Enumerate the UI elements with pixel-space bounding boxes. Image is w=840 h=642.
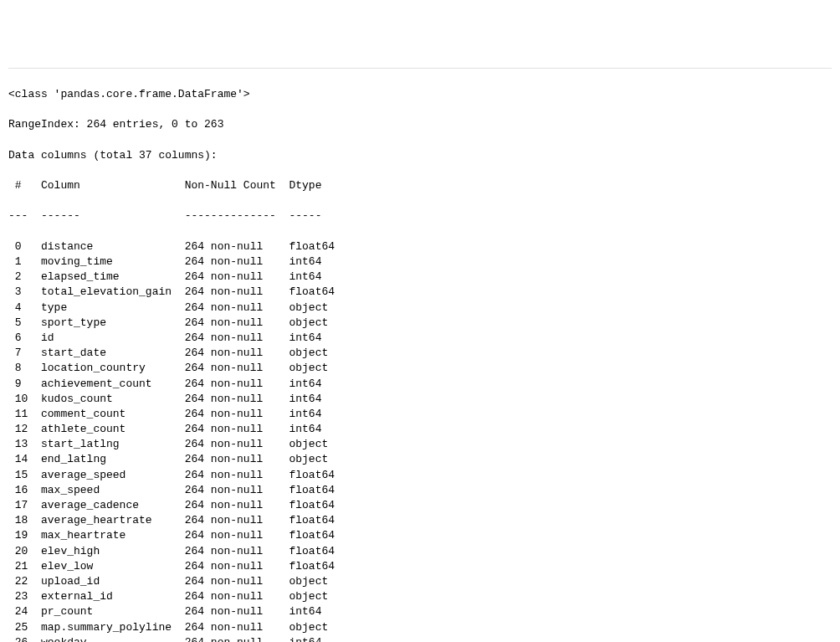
column-row: 22 upload_id 264 non-null object [8,574,832,589]
column-row: 25 map.summary_polyline 264 non-null obj… [8,620,832,635]
column-row: 7 start_date 264 non-null object [8,346,832,361]
column-row: 26 weekday 264 non-null int64 [8,635,832,642]
column-row: 23 external_id 264 non-null object [8,589,832,604]
column-row: 13 start_latlng 264 non-null object [8,437,832,452]
dataframe-info-output: <class 'pandas.core.frame.DataFrame'> Ra… [8,68,832,642]
column-row: 10 kudos_count 264 non-null int64 [8,392,832,407]
column-row: 14 end_latlng 264 non-null object [8,452,832,467]
column-row: 1 moving_time 264 non-null int64 [8,254,832,270]
column-row: 24 pr_count 264 non-null int64 [8,604,832,619]
column-row: 0 distance 264 non-null float64 [8,239,832,254]
column-rows: 0 distance 264 non-null float64 1 moving… [8,239,832,642]
column-row: 15 average_speed 264 non-null float64 [8,468,832,483]
column-row: 16 max_speed 264 non-null float64 [8,483,832,498]
column-row: 12 athlete_count 264 non-null int64 [8,422,832,437]
column-row: 18 average_heartrate 264 non-null float6… [8,513,832,528]
column-row: 17 average_cadence 264 non-null float64 [8,498,832,513]
column-row: 4 type 264 non-null object [8,300,832,316]
column-row: 8 location_country 264 non-null object [8,361,832,376]
column-row: 11 comment_count 264 non-null int64 [8,407,832,422]
range-index-line: RangeIndex: 264 entries, 0 to 263 [8,117,832,132]
column-row: 19 max_heartrate 264 non-null float64 [8,528,832,543]
column-row: 3 total_elevation_gain 264 non-null floa… [8,285,832,300]
column-row: 21 elev_low 264 non-null float64 [8,559,832,574]
column-row: 9 achievement_count 264 non-null int64 [8,377,832,392]
data-columns-line: Data columns (total 37 columns): [8,148,832,163]
class-line: <class 'pandas.core.frame.DataFrame'> [8,87,832,102]
column-row: 20 elev_high 264 non-null float64 [8,544,832,559]
column-header-line: # Column Non-Null Count Dtype [8,178,832,193]
column-row: 6 id 264 non-null int64 [8,331,832,346]
divider-line: --- ------ -------------- ----- [8,208,832,223]
column-row: 5 sport_type 264 non-null object [8,316,832,331]
column-row: 2 elapsed_time 264 non-null int64 [8,270,832,285]
